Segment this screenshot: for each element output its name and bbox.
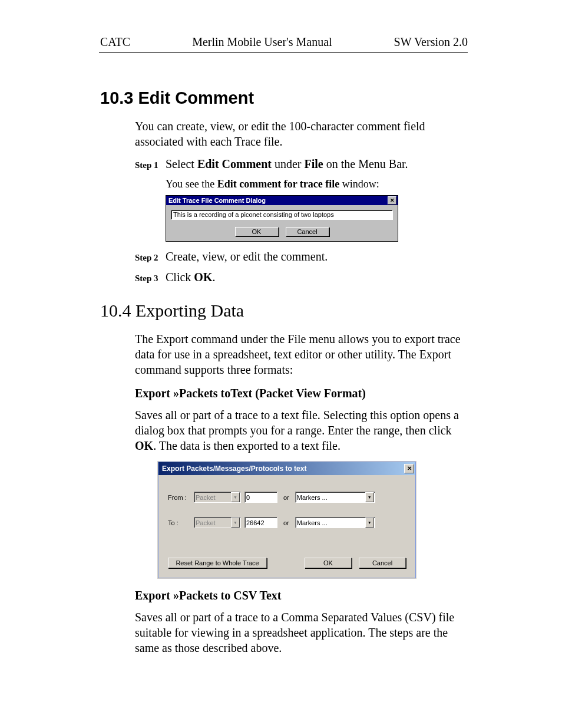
export-csv-para: Saves all or part of a trace to a Comma …	[135, 610, 468, 655]
or-label: or	[283, 494, 289, 501]
to-label: To :	[168, 519, 190, 526]
export-text-subhead: Export »Packets toText (Packet View Form…	[135, 387, 468, 400]
to-type-select: Packet ▼	[194, 517, 241, 528]
step-1-text: Select Edit Comment under File on the Me…	[166, 157, 408, 171]
cancel-button[interactable]: Cancel	[359, 558, 406, 568]
chevron-down-icon[interactable]: ▼	[365, 518, 374, 528]
ok-button[interactable]: OK	[235, 227, 279, 236]
close-icon[interactable]: ✕	[404, 464, 414, 473]
header-center: Merlin Mobile User's Manual	[192, 35, 332, 49]
you-see-line: You see the Edit comment for trace file …	[166, 178, 562, 190]
export-dialog-title: Export Packets/Messages/Protocols to tex…	[162, 465, 306, 473]
comment-input[interactable]: This is a recording of a piconet consist…	[171, 210, 393, 220]
or-label: or	[283, 519, 289, 526]
chevron-down-icon[interactable]: ▼	[365, 492, 374, 502]
cancel-button[interactable]: Cancel	[286, 227, 329, 236]
close-icon[interactable]: ✕	[388, 196, 396, 205]
header-rule	[99, 52, 468, 53]
ok-button[interactable]: OK	[305, 558, 352, 568]
to-markers-select[interactable]: Markers ... ▼	[295, 517, 375, 528]
step-2-row: Step 2 Create, view, or edit the comment…	[135, 250, 468, 263]
to-row: To : Packet ▼ 26642 or Markers ... ▼	[168, 517, 406, 528]
from-value-input[interactable]: 0	[244, 492, 277, 503]
to-value-input[interactable]: 26642	[244, 517, 277, 528]
export-csv-subhead: Export »Packets to CSV Text	[135, 589, 468, 602]
step-3-text: Click OK.	[166, 271, 215, 284]
edit-comment-dialog-title: Edit Trace File Comment Dialog	[168, 197, 266, 204]
from-markers-select[interactable]: Markers ... ▼	[295, 492, 375, 503]
reset-range-button[interactable]: Reset Range to Whole Trace	[168, 558, 267, 568]
step-3-label: Step 3	[135, 274, 166, 284]
chevron-down-icon: ▼	[231, 518, 240, 528]
step-1-label: Step 1	[135, 160, 166, 170]
export-dialog: Export Packets/Messages/Protocols to tex…	[158, 462, 416, 578]
step-2-label: Step 2	[135, 253, 166, 263]
header-right: SW Version 2.0	[394, 35, 468, 49]
from-type-select: Packet ▼	[194, 492, 241, 503]
section-10-3-intro: You can create, view, or edit the 100-ch…	[135, 118, 468, 149]
from-row: From : Packet ▼ 0 or Markers ... ▼	[168, 492, 406, 503]
export-text-para: Saves all or part of a trace to a text f…	[135, 407, 468, 453]
step-1-row: Step 1 Select Edit Comment under File on…	[135, 157, 468, 171]
header-left: CATC	[100, 35, 130, 49]
from-label: From :	[168, 494, 190, 501]
section-10-4-intro: The Export command under the File menu a…	[135, 331, 468, 377]
section-10-4-heading: 10.4 Exporting Data	[100, 301, 562, 321]
edit-comment-dialog: Edit Trace File Comment Dialog ✕ This is…	[166, 195, 398, 242]
chevron-down-icon: ▼	[231, 492, 240, 502]
section-10-3-heading: 10.3 Edit Comment	[100, 88, 562, 108]
step-3-row: Step 3 Click OK.	[135, 271, 468, 284]
step-2-text: Create, view, or edit the comment.	[166, 250, 328, 263]
